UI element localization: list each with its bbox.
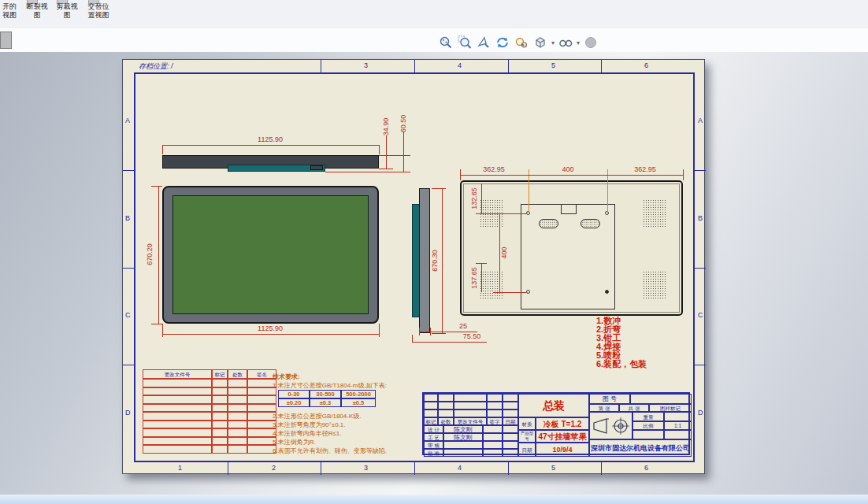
dim-ext-line [379, 169, 393, 169]
title-cell [454, 410, 487, 417]
chevron-down-icon[interactable]: ▾ [577, 39, 580, 46]
view-toolbar [0, 28, 868, 52]
view-orientation-cube-icon[interactable] [532, 35, 548, 50]
zone-number-bottom: 5 [551, 464, 555, 472]
title-cell [487, 402, 503, 410]
revision-cell [143, 379, 212, 387]
sig-name [443, 449, 483, 457]
hide-show-items-icon[interactable] [514, 35, 529, 50]
sig-role: 设 计 [424, 425, 443, 433]
title-cell [438, 410, 454, 417]
rear-vent-slot [539, 219, 558, 228]
date-value: 10/9/4 [536, 443, 589, 457]
rear-vent-slot [581, 219, 600, 228]
title-cell [632, 430, 664, 439]
revision-cell [212, 421, 228, 429]
title-cell [483, 433, 503, 441]
title-cell [503, 394, 518, 402]
zoom-to-fit-icon[interactable] [438, 35, 454, 50]
dim-line [162, 334, 379, 335]
revision-table: 更改文件号 标记 处数 签名 [143, 369, 276, 454]
drawing-sheet[interactable]: 存档位置: / 3 4 5 6 1 2 3 4 5 6 A B C D A B … [122, 59, 705, 474]
toolbar-button-alternate-position-view[interactable]: 交替位置视图 [82, 2, 115, 20]
rear-vent-grid [643, 271, 666, 300]
sig-role: 批 准 [424, 449, 443, 457]
zone-number-top: 5 [551, 61, 555, 69]
top-toolbar: 开的视图 断裂视图 剪裁视图 交替位置视图 [0, 0, 868, 28]
title-cell [503, 410, 518, 417]
revision-cell [143, 395, 212, 404]
dimension-rear-margin-right: 362.95 [621, 165, 669, 173]
zone-number-top: 3 [364, 61, 368, 69]
title-cell [454, 402, 487, 410]
revision-cell [228, 445, 247, 454]
revision-cell [212, 412, 228, 421]
zone-number-top: 6 [644, 61, 648, 69]
sig-name [443, 441, 483, 449]
product-label: 产品型号 [518, 430, 536, 443]
revision-cell [228, 437, 247, 446]
toolbar-label: 图 [34, 11, 41, 19]
dim-line [158, 186, 159, 324]
sheet-cell: 第 张 [589, 404, 619, 412]
sig-name: 陈文刚 [443, 425, 483, 433]
toolbar-button-break-view[interactable]: 断裂视图 [22, 2, 52, 20]
zoom-to-area-icon[interactable] [457, 35, 473, 50]
toolbar-button-broken-out-view[interactable]: 开的视图 [0, 2, 24, 20]
revision-header: 签名 [247, 369, 276, 379]
tolerance-header: 30-500 [310, 390, 341, 398]
zone-number-bottom: 2 [272, 464, 276, 472]
zone-letter-right: B [698, 214, 703, 222]
dim-ext-line [379, 145, 380, 154]
sig-header: 更改文件号 [454, 417, 487, 425]
dimension-front-height: 670.20 [146, 237, 154, 272]
dim-ext-line [493, 292, 526, 293]
dim-line [481, 263, 482, 292]
zone-divider [601, 462, 602, 475]
dimension-rear-top-offset: 132.65 [470, 181, 478, 216]
title-cell [483, 441, 503, 449]
zone-divider [695, 365, 706, 365]
dim-line [162, 145, 379, 146]
revision-cell [247, 445, 276, 454]
tech-note-line: 5.未注倒角为R. [273, 438, 316, 447]
revision-cell [247, 387, 276, 396]
toolbar-label: 交替位 [88, 2, 109, 10]
dimension-front-depth: 34.90 [382, 109, 390, 144]
pan-icon[interactable] [476, 35, 491, 50]
product-value: 47寸挂墙苹果 [536, 430, 589, 443]
sig-role: 审 核 [424, 441, 443, 449]
assembly-title: 总装 [518, 394, 589, 417]
revision-cell [247, 412, 276, 421]
rear-mount-tab [561, 204, 577, 214]
tech-note-line: 3.未注折弯角度为90°±0.1. [273, 421, 346, 429]
zone-divider [695, 170, 706, 171]
dimension-rear-bottom-offset: 137.65 [470, 261, 478, 295]
zone-divider [321, 462, 321, 475]
dimension-side-height: 670.30 [431, 243, 439, 278]
toolbar-label: 图 [64, 11, 71, 19]
revision-cell [212, 387, 228, 396]
revision-cell [247, 421, 276, 429]
dim-ext-line [151, 324, 162, 324]
chevron-down-icon[interactable]: ▾ [551, 39, 555, 46]
tech-note-line: 1.未注尺寸公差按GB/T1804-m级,如下表: [273, 381, 387, 390]
toolbar-label: 开的 [2, 2, 17, 10]
title-cell [438, 402, 454, 410]
title-cell [483, 425, 503, 433]
shaded-view-icon[interactable] [583, 35, 599, 50]
rear-mount-plate [521, 204, 615, 309]
dim-ext-line [325, 172, 410, 172]
title-cell [503, 402, 518, 410]
zone-number-bottom: 1 [178, 464, 182, 472]
revision-cell [143, 428, 212, 437]
rotate-view-icon[interactable] [495, 35, 510, 50]
toolbar-label: 视图 [2, 11, 17, 19]
weight-label: 重量 [632, 412, 664, 421]
revision-header: 处数 [228, 369, 247, 379]
revision-cell [143, 412, 212, 421]
display-style-glasses-icon[interactable] [558, 35, 573, 50]
toolbar-button-crop-view[interactable]: 剪裁视图 [52, 2, 82, 20]
dim-ext-line-orange [607, 169, 608, 212]
zone-number-bottom: 4 [458, 464, 462, 472]
